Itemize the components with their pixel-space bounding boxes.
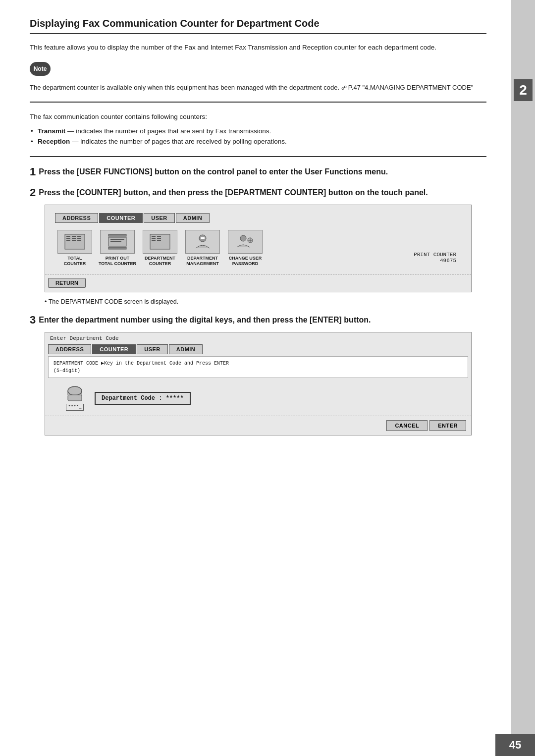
panel2-info: DEPARTMENT CODE ▶Key in the Department C… — [48, 356, 468, 378]
return-button[interactable]: RETURN — [48, 278, 86, 288]
intro-text: This feature allows you to display the n… — [30, 42, 486, 53]
svg-rect-20 — [157, 238, 161, 239]
btn-printout-label: PRINT OUTTOTAL COUNTER — [99, 256, 136, 267]
page-container: Displaying Fax Communication Counter for… — [0, 0, 535, 756]
svg-rect-8 — [77, 238, 81, 239]
svg-rect-14 — [108, 247, 126, 249]
btn-total-counter-label: TOTALCOUNTER — [64, 256, 86, 267]
panel2-info-line2: (5-digit) — [54, 367, 463, 375]
btn-dept-mgmt-label: DEPARTMENTMANAGEMENT — [186, 256, 219, 267]
note-icon: ☍ — [341, 85, 348, 91]
svg-rect-6 — [72, 240, 76, 241]
svg-point-29 — [68, 386, 82, 395]
keypad-label: ****_ — [66, 404, 83, 411]
panel2-header: Enter Department Code — [45, 332, 471, 344]
step2-number: 2 — [30, 187, 36, 199]
panel2-footer: CANCEL ENTER — [45, 416, 471, 435]
print-counter-area: PRINT COUNTER 49675 — [414, 252, 461, 267]
dept-code-value: ***** — [166, 395, 184, 402]
panel1-note: The DEPARTMENT CODE screen is displayed. — [45, 298, 472, 305]
total-counter-icon — [57, 230, 92, 254]
svg-rect-30 — [68, 395, 82, 401]
btn-dept-mgmt[interactable]: DEPARTMENTMANAGEMENT — [183, 230, 222, 267]
svg-rect-2 — [66, 238, 70, 239]
svg-rect-21 — [157, 240, 161, 241]
note-box: Note — [30, 62, 486, 76]
panel2-tab-counter[interactable]: COUNTER — [92, 344, 136, 354]
svg-rect-12 — [110, 239, 124, 240]
dept-code-label: Department Code : — [102, 395, 166, 402]
change-user-icon — [228, 230, 263, 254]
svg-rect-7 — [77, 236, 81, 237]
svg-rect-5 — [72, 238, 76, 239]
separator2 — [30, 156, 486, 157]
bullet-list: Transmit — indicates the number of pages… — [30, 126, 486, 147]
btn-dept-counter-label: DEPARTMENTCOUNTER — [145, 256, 175, 267]
bullet-reception-label: Reception — [38, 138, 70, 145]
svg-rect-16 — [152, 236, 156, 237]
main-content: Displaying Fax Communication Counter for… — [0, 0, 511, 756]
svg-rect-13 — [110, 241, 121, 242]
tab-user[interactable]: USER — [144, 213, 175, 223]
btn-dept-counter[interactable]: ... DEPARTMENTCOUNTER — [140, 230, 180, 267]
step2-heading: 2 Press the [COUNTER] button, and then p… — [30, 187, 486, 199]
svg-rect-1 — [66, 236, 70, 237]
cancel-button[interactable]: CANCEL — [386, 420, 428, 431]
svg-rect-24 — [201, 237, 205, 239]
bullet-transmit-label: Transmit — [38, 127, 65, 135]
svg-rect-17 — [152, 238, 156, 239]
step1-heading: 1 Press the [USER FUNCTIONS] button on t… — [30, 166, 486, 178]
panel1-tabbar: ADDRESS COUNTER USER ADMIN — [52, 210, 464, 223]
counters-info: The fax communication counter contains f… — [30, 111, 486, 123]
print-counter-value: 49675 — [414, 258, 456, 264]
btn-total-counter[interactable]: TOTALCOUNTER — [55, 230, 95, 267]
counter-buttons-row: TOTALCOUNTER — [52, 227, 464, 270]
step2: 2 Press the [COUNTER] button, and then p… — [30, 187, 486, 305]
printout-total-icon — [100, 230, 135, 254]
bullet-reception-text: — indicates the number of pages that are… — [72, 138, 287, 145]
panel2-tab-address[interactable]: ADDRESS — [48, 344, 91, 354]
svg-rect-4 — [72, 236, 76, 237]
separator — [30, 102, 486, 103]
step3-number: 3 — [30, 314, 36, 326]
svg-text:...: ... — [152, 244, 155, 248]
panel1-inner: ADDRESS COUNTER USER ADMIN — [45, 205, 471, 274]
step1-text: Press the [USER FUNCTIONS] button on the… — [39, 166, 388, 178]
step1: 1 Press the [USER FUNCTIONS] button on t… — [30, 166, 486, 178]
section-number: 2 — [514, 79, 533, 101]
dept-code-display: Department Code : ***** — [95, 392, 191, 405]
step3-heading: 3 Enter the department number using the … — [30, 314, 486, 326]
ui-panel-1: ADDRESS COUNTER USER ADMIN — [45, 205, 472, 292]
svg-rect-10 — [108, 234, 126, 236]
step3-text: Enter the department number using the di… — [39, 314, 371, 326]
enter-button[interactable]: ENTER — [429, 420, 466, 431]
bullet-transmit-text: — indicates the number of pages that are… — [67, 127, 271, 135]
svg-rect-3 — [66, 240, 70, 241]
page-title: Displaying Fax Communication Counter for… — [30, 18, 486, 34]
step3: 3 Enter the department number using the … — [30, 314, 486, 435]
print-counter-label: PRINT COUNTER — [414, 252, 456, 258]
page-number: 45 — [495, 734, 535, 756]
dept-counter-icon: ... — [143, 230, 177, 254]
panel2-tab-admin[interactable]: ADMIN — [169, 344, 203, 354]
btn-printout-total[interactable]: PRINT OUTTOTAL COUNTER — [98, 230, 137, 267]
bullet-transmit: Transmit — indicates the number of pages… — [38, 126, 486, 137]
svg-point-25 — [240, 235, 246, 241]
svg-rect-18 — [152, 240, 156, 241]
bullet-reception: Reception — indicates the number of page… — [38, 136, 486, 147]
step2-text: Press the [COUNTER] button, and then pre… — [39, 187, 428, 199]
panel2-info-line1: DEPARTMENT CODE ▶Key in the Department C… — [54, 360, 463, 367]
ui-panel-2: Enter Department Code ADDRESS COUNTER US… — [45, 332, 472, 435]
btn-change-user-label: CHANGE USERPASSWORD — [229, 256, 262, 267]
svg-rect-9 — [77, 240, 81, 241]
tab-counter[interactable]: COUNTER — [99, 213, 143, 223]
dept-mgmt-icon — [185, 230, 220, 254]
panel1-footer: RETURN — [45, 274, 471, 292]
svg-rect-19 — [157, 236, 161, 237]
panel2-tab-user[interactable]: USER — [137, 344, 168, 354]
note-text: The department counter is available only… — [30, 84, 339, 91]
tab-address[interactable]: ADDRESS — [55, 213, 98, 223]
tab-admin[interactable]: ADMIN — [176, 213, 210, 223]
note-badge: Note — [30, 62, 51, 76]
btn-change-user[interactable]: CHANGE USERPASSWORD — [225, 230, 265, 267]
